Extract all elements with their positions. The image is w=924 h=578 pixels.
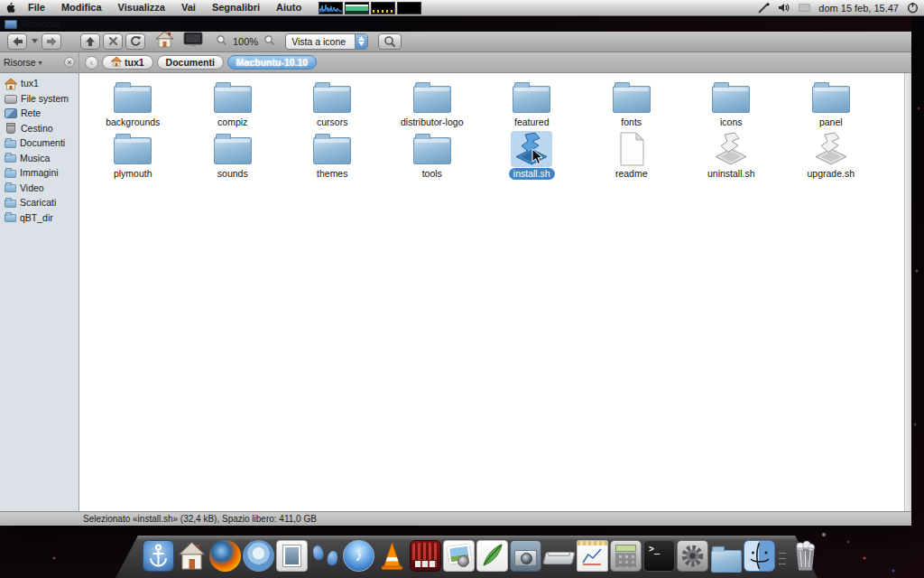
dock-icon-text-editor[interactable]	[476, 540, 508, 572]
vertical-scrollbar[interactable]	[904, 73, 911, 511]
dock-icon-chromium[interactable]	[243, 540, 274, 572]
network-wand-icon[interactable]	[758, 3, 770, 14]
file-item[interactable]: cursors	[282, 79, 383, 131]
sidebar-item[interactable]: Scaricati	[0, 195, 79, 210]
sidebar-close-button[interactable]: ×	[64, 57, 75, 68]
menu-item[interactable]: Visualizza	[110, 0, 173, 15]
memory-monitor-applet[interactable]	[345, 2, 369, 14]
sidebar-item-label: qBT_dir	[20, 212, 53, 223]
dock-icon-home[interactable]	[176, 540, 208, 572]
file-item[interactable]: distributor-logo	[383, 79, 483, 131]
power-icon[interactable]	[907, 2, 919, 14]
forward-button[interactable]	[42, 33, 61, 50]
file-item[interactable]: fonts	[582, 79, 682, 131]
dock-icon-docky-anchor[interactable]	[143, 540, 174, 572]
sidebar-item[interactable]: Immagini	[0, 165, 79, 181]
search-button[interactable]	[378, 33, 402, 50]
dock-icon-calculator[interactable]	[610, 540, 642, 572]
view-mode-value: Vista a icone	[286, 36, 355, 47]
dock-icon-folder[interactable]	[710, 545, 742, 572]
sidebar-item[interactable]: Musica	[0, 151, 79, 166]
stop-button[interactable]	[103, 33, 123, 50]
sidebar-item[interactable]: Video	[0, 181, 79, 196]
dock-icon-mail[interactable]	[276, 540, 308, 572]
desktop-icon	[5, 20, 17, 29]
folder-icon	[114, 137, 152, 164]
apple-menu-icon[interactable]	[0, 2, 20, 14]
view-mode-select[interactable]: Vista a icone	[285, 33, 368, 50]
sidebar-item-label: Documenti	[20, 137, 65, 148]
dock-icon-firefox[interactable]	[209, 540, 241, 572]
menu-item[interactable]: Aiuto	[268, 0, 310, 15]
file-item[interactable]: install.sh	[482, 131, 582, 182]
dock-icon-terminal[interactable]	[643, 540, 675, 572]
network-monitor-applet[interactable]	[371, 2, 395, 14]
dock-icon-itunes[interactable]	[343, 540, 374, 572]
menu-item[interactable]: File	[20, 0, 53, 15]
menu-item[interactable]: Vai	[173, 0, 204, 15]
blank-monitor-applet[interactable]	[397, 2, 421, 14]
folder-icon	[214, 86, 252, 113]
dock-icon-system-preferences[interactable]	[677, 540, 708, 572]
file-item[interactable]: featured	[482, 79, 582, 131]
sidebar-item[interactable]: Documenti	[0, 135, 79, 151]
dock-icon-camera[interactable]	[510, 540, 541, 572]
breadcrumb-label: Macbuntu-10.10	[236, 57, 308, 68]
cpu-monitor-applet[interactable]	[319, 2, 343, 14]
dock-icon-finder[interactable]	[744, 540, 775, 572]
file-item[interactable]: readme	[582, 131, 682, 182]
file-item[interactable]: backgrounds	[83, 79, 183, 131]
dock-icon-notes[interactable]	[577, 540, 608, 572]
sidebar-item[interactable]: qBT_dir	[0, 210, 79, 226]
file-item[interactable]: tools	[383, 131, 483, 182]
file-item[interactable]: compiz	[183, 79, 283, 131]
dock-icon-photos[interactable]	[443, 540, 475, 572]
file-item[interactable]: panel	[781, 79, 882, 131]
menubar-clock[interactable]: dom 15 feb, 15.47	[818, 3, 899, 14]
breadcrumb-scroll-left-button[interactable]: ‹	[85, 56, 98, 70]
sidebar-dropdown-icon[interactable]: ▾	[39, 59, 61, 67]
sidebar-item[interactable]: tux1	[0, 76, 79, 91]
statusbar-text: Selezionato «install.sh» (32,4 kB), Spaz…	[0, 514, 317, 524]
drive-icon	[5, 95, 17, 104]
file-item[interactable]: icons	[681, 79, 781, 131]
file-item[interactable]: sounds	[183, 131, 283, 182]
sidebar-item[interactable]: Rete	[0, 106, 79, 121]
reload-button[interactable]	[125, 33, 145, 50]
volume-icon[interactable]	[778, 3, 790, 13]
dock-icon-footprints[interactable]	[310, 540, 341, 572]
sidebar-item[interactable]: Scrivania	[0, 16, 911, 32]
zoom-out-button[interactable]	[216, 33, 227, 50]
mail-indicator-icon[interactable]	[799, 4, 810, 12]
dock-icon-vlc[interactable]	[376, 540, 408, 572]
up-button[interactable]	[80, 33, 100, 50]
sidebar-item[interactable]: File system	[0, 91, 79, 107]
sidebar-item-label: Musica	[20, 153, 50, 163]
file-name: tools	[418, 168, 447, 180]
file-item[interactable]: upgrade.sh	[781, 131, 882, 182]
zoom-in-button[interactable]	[263, 33, 275, 50]
sidebar-title[interactable]: Risorse	[4, 57, 36, 68]
home-button[interactable]	[155, 31, 174, 51]
breadcrumb-item[interactable]: Documenti	[157, 55, 224, 70]
computer-button[interactable]	[182, 32, 204, 51]
dock-icon-trash[interactable]	[790, 540, 821, 572]
file-item[interactable]: themes	[282, 131, 383, 182]
file-view[interactable]: backgrounds compiz	[79, 73, 911, 511]
back-history-dropdown[interactable]	[30, 39, 39, 43]
folder-icon	[413, 137, 451, 164]
file-item[interactable]: uninstall.sh	[681, 131, 781, 182]
dock-icon-photo-booth[interactable]	[410, 540, 441, 572]
sidebar-item-label: Scrivania	[21, 18, 60, 29]
script-icon-blue	[513, 132, 550, 166]
file-item[interactable]: plymouth	[83, 131, 183, 182]
sidebar-item[interactable]: Cestino	[0, 121, 79, 136]
script-icon	[813, 132, 849, 166]
breadcrumb-item[interactable]: tux1	[102, 55, 153, 70]
back-button[interactable]	[7, 33, 27, 50]
dock-icon-scanner[interactable]	[543, 540, 575, 572]
menu-item[interactable]: Modifica	[53, 0, 110, 15]
file-name: upgrade.sh	[802, 168, 859, 180]
breadcrumb-item[interactable]: Macbuntu-10.10	[227, 55, 317, 70]
menu-item[interactable]: Segnalibri	[204, 0, 268, 15]
